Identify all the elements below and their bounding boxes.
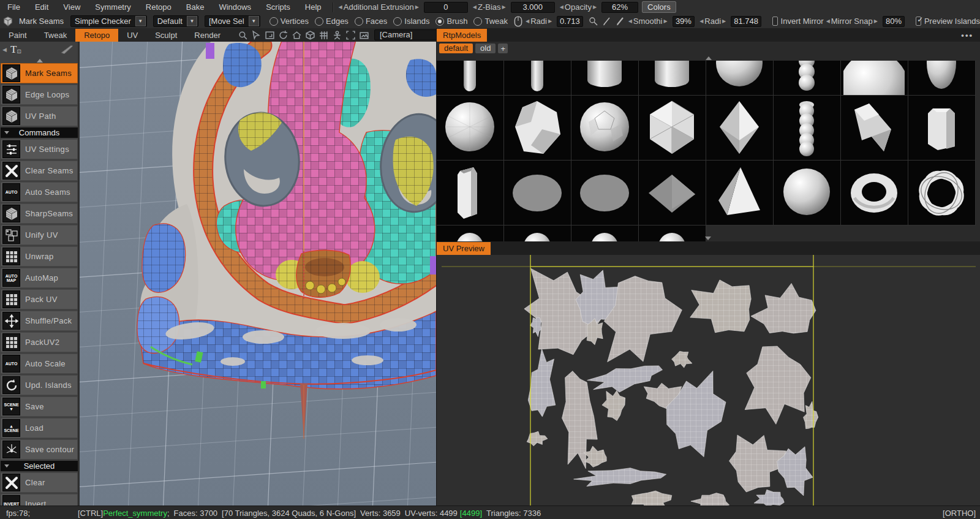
sidebar-item-load[interactable]: ▲SCENELoad [1, 418, 78, 438]
primitive-octa[interactable] [706, 96, 774, 161]
zoom-icon[interactable] [238, 30, 248, 40]
add-tab-button[interactable]: + [498, 44, 508, 53]
viewport-3d[interactable] [80, 42, 436, 506]
primitive-prism[interactable] [437, 161, 504, 225]
text-tool-icon[interactable]: T [10, 44, 17, 56]
primitive-disc[interactable] [571, 161, 639, 225]
frame-icon[interactable] [265, 30, 275, 40]
increment-icon[interactable]: ▶ [592, 4, 598, 10]
fit-icon[interactable] [345, 30, 356, 40]
checker-dropdown[interactable]: Simple Checker ▼ [70, 15, 147, 27]
picker-icon[interactable] [589, 17, 598, 26]
sidebar-item-sharpseams[interactable]: SharpSeams [1, 203, 78, 224]
sidebar-scroll-up[interactable] [0, 58, 80, 63]
primitive-sphere[interactable] [706, 61, 774, 96]
snapshot-icon[interactable] [359, 30, 369, 40]
sidebar-item-automap[interactable]: AUTOMAPAutoMap [1, 268, 78, 288]
primitive-dome[interactable] [841, 61, 908, 96]
sidebar-item-clear-seams[interactable]: Clear Seams [1, 161, 78, 181]
decrement-icon[interactable]: ◀ [337, 4, 344, 10]
camera-dropdown[interactable]: [Camera] [374, 29, 438, 40]
primitive-ballfac[interactable] [571, 96, 639, 161]
tab-paint[interactable]: Paint [0, 29, 36, 42]
decrement-icon[interactable]: ◀ [559, 4, 565, 10]
rotate-icon[interactable] [278, 30, 288, 40]
sidebar-item-pack-uv[interactable]: Pack UV [1, 289, 78, 309]
sidebar-item-uv-settings[interactable]: UV Settings [1, 139, 78, 159]
move-selection-dropdown[interactable]: [Move Sel ▼ [205, 15, 260, 27]
primitive-cylinder[interactable] [571, 61, 639, 96]
primitive-peek[interactable] [639, 225, 706, 242]
decrement-icon[interactable]: ◀ [627, 18, 633, 24]
opacity-value[interactable]: 62% [601, 2, 638, 13]
primitive-cylinder[interactable] [639, 61, 706, 96]
pen-icon[interactable] [602, 17, 612, 26]
primitive-beadstack[interactable] [774, 96, 841, 161]
menu-view[interactable]: View [56, 0, 88, 14]
preset-dropdown[interactable]: Default ▼ [153, 15, 198, 27]
increment-icon[interactable]: ▶ [501, 4, 507, 10]
radius2-spinner[interactable]: ◀ Radi ▶ [698, 17, 727, 26]
increment-icon[interactable]: ▶ [873, 18, 879, 24]
decrement-icon[interactable]: ◀ [825, 18, 831, 24]
grid-scroll-up[interactable] [437, 55, 980, 61]
menu-symmetry[interactable]: Symmetry [88, 0, 138, 14]
primitive-peek[interactable] [437, 225, 504, 242]
increment-icon[interactable]: ▶ [663, 18, 669, 24]
figure-icon[interactable] [332, 30, 342, 40]
sidebar-item-save[interactable]: SCENE▼Save [1, 396, 78, 417]
uv-preview-tab[interactable]: UV Preview [437, 242, 491, 255]
sidebar-item-unwrap[interactable]: Unwrap [1, 246, 78, 267]
brush-icon[interactable] [60, 44, 74, 56]
z-bias-value[interactable]: 3.000 [511, 2, 555, 13]
pen-pressure-icon[interactable] [616, 17, 625, 26]
radius-value[interactable]: 0.713 [557, 16, 583, 27]
tab-render[interactable]: Render [186, 29, 229, 42]
collapse-left-icon[interactable]: ◀ [2, 47, 7, 53]
tab-retopo[interactable]: Retopo [75, 29, 118, 42]
tab-uv[interactable]: UV [118, 29, 146, 42]
primitive-peek[interactable] [571, 225, 639, 242]
radio-faces[interactable] [355, 17, 363, 26]
tab-sculpt[interactable]: Sculpt [146, 29, 186, 42]
smoothing-spinner[interactable]: ◀ Smoothi ▶ [627, 17, 669, 26]
menu-help[interactable]: Help [298, 0, 329, 14]
radius-spinner[interactable]: ◀ Radi ▶ [524, 17, 553, 26]
grid-icon[interactable] [318, 30, 329, 40]
panel-menu-icon[interactable]: ••• [961, 31, 973, 40]
primitive-pyramid[interactable] [706, 161, 774, 225]
sidebar-item-clear[interactable]: Clear [1, 472, 78, 493]
sidebar-item-save-contour[interactable]: Save contour [1, 439, 78, 460]
sidebar-item-shuffle-pack[interactable]: Shuffle/Pack [1, 311, 78, 331]
primitive-torus[interactable] [841, 161, 908, 225]
primitive-peek[interactable] [504, 225, 571, 242]
z-bias-spinner[interactable]: ◀ Z-Bias ▶ [472, 2, 507, 12]
decrement-icon[interactable]: ◀ [472, 4, 478, 10]
chevron-down-icon[interactable]: ▼ [187, 16, 197, 26]
smoothing-value[interactable]: 39% [673, 16, 695, 27]
sidebar-item-auto-seams[interactable]: AUTOAuto Seams [1, 182, 78, 202]
sidebar-item-mark-seams[interactable]: Mark Seams [1, 63, 78, 83]
primitive-gem[interactable] [504, 96, 571, 161]
chevron-down-icon[interactable]: ▼ [249, 16, 259, 26]
primitive-capsule[interactable] [437, 61, 504, 96]
primitive-capsule[interactable] [504, 61, 571, 96]
chevron-down-icon[interactable]: ▼ [135, 16, 146, 26]
radio-edges[interactable] [315, 17, 323, 26]
radio-tweak[interactable] [473, 17, 482, 26]
primitive-ellipsoid[interactable] [908, 61, 976, 96]
menu-scripts[interactable]: Scripts [258, 0, 298, 14]
pressure-mouse-icon[interactable] [514, 16, 522, 27]
radius2-value[interactable]: 81.748 [731, 16, 761, 27]
menu-retopo[interactable]: Retopo [138, 0, 179, 14]
primitive-icosa[interactable] [639, 96, 706, 161]
sidebar-item-auto-scale[interactable]: AUTOAuto Scale [1, 354, 78, 374]
sidebar-item-unify-uv[interactable]: Unify UV [1, 225, 78, 245]
primitive-disc[interactable] [504, 161, 571, 225]
section-header-selected[interactable]: Selected [1, 461, 78, 471]
cursor-icon[interactable] [251, 30, 262, 40]
increment-icon[interactable]: ▶ [721, 18, 727, 24]
section-header-commands[interactable]: Commands [1, 127, 78, 138]
radio-islands[interactable] [393, 17, 402, 26]
additional-extrusion-value[interactable]: 0 [424, 2, 468, 13]
